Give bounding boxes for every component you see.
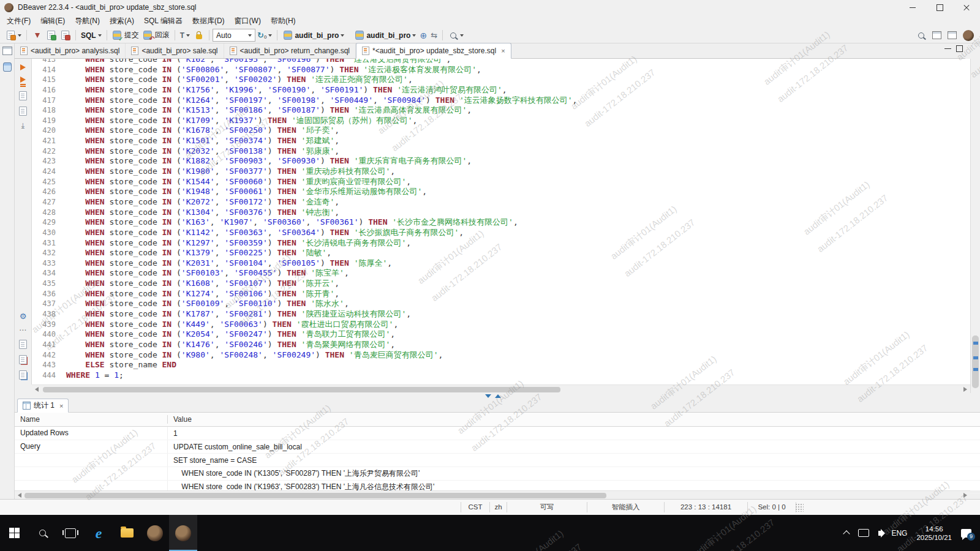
code-line-438[interactable]: WHEN store_code IN ('K1787', 'SF00281') … xyxy=(66,309,970,320)
overview-marker[interactable] xyxy=(973,368,978,371)
execute-script-icon[interactable] xyxy=(20,77,26,83)
code-line-433[interactable]: WHEN store_code IN ('K2031', 'SF00104', … xyxy=(66,258,970,269)
edge-button[interactable]: e xyxy=(85,515,113,551)
code-line-425[interactable]: WHEN store_code IN ('K1544', 'SF00060') … xyxy=(66,177,970,187)
stats-row[interactable]: SET store_name = CASE xyxy=(15,454,980,467)
scrollbar-thumb[interactable] xyxy=(43,387,560,392)
task-view-button[interactable] xyxy=(56,515,85,551)
search-dropdown[interactable] xyxy=(446,29,466,42)
code-line-431[interactable]: WHEN store_code IN ('K1297', 'SF00359') … xyxy=(66,238,970,249)
delete-script-button[interactable] xyxy=(58,29,72,42)
close-button[interactable] xyxy=(953,0,980,15)
scroll-left-icon[interactable] xyxy=(18,493,21,498)
code-line-414[interactable]: WHEN store_code IN ('SF00806', 'SF00807'… xyxy=(66,65,970,75)
tab-close-icon[interactable]: × xyxy=(59,402,63,410)
stats-tab[interactable]: 统计 1 × xyxy=(17,399,69,413)
execute-statement-icon[interactable] xyxy=(20,64,26,70)
dbeaver-logo[interactable] xyxy=(963,30,974,41)
code-line-428[interactable]: WHEN store_code IN ('K1304', 'SF00376') … xyxy=(66,208,970,218)
dbeaver-taskbar-button-2[interactable] xyxy=(169,515,197,551)
menu-database[interactable]: 数据库(D) xyxy=(187,15,230,28)
export-data-icon[interactable]: ⤓ xyxy=(21,122,24,129)
code-line-439[interactable]: WHEN store_code IN ('K449', 'SF00063') T… xyxy=(66,320,970,330)
code-line-432[interactable]: WHEN store_code IN ('K1379', 'SF00225') … xyxy=(66,248,970,258)
code-line-444[interactable]: WHERE 1 = 1; xyxy=(66,370,970,381)
analyze-query-icon[interactable] xyxy=(19,107,27,116)
start-button[interactable] xyxy=(0,515,28,551)
network-settings-button[interactable]: ⊕ xyxy=(418,30,429,41)
code-line-418[interactable]: WHEN store_code IN ('K1513', 'SF00186', … xyxy=(66,105,970,116)
code-line-413[interactable]: WHEN store_code IN ('K162', 'SF00195', '… xyxy=(66,59,970,65)
menu-sql-editor[interactable]: SQL 编辑器 xyxy=(139,15,187,28)
overview-marker[interactable] xyxy=(973,342,978,345)
sash-expand-icon[interactable] xyxy=(495,394,501,398)
scrollbar-thumb[interactable] xyxy=(24,493,606,498)
transform-dropdown[interactable]: T xyxy=(178,31,192,40)
tab-close-icon[interactable]: × xyxy=(501,47,505,54)
code-line-415[interactable]: WHEN store_code IN ('SF00201', 'SF00202'… xyxy=(66,75,970,85)
panel-sash[interactable] xyxy=(15,393,980,399)
compare-button[interactable]: ⇆ xyxy=(429,30,439,40)
code-line-423[interactable]: WHEN store_code IN ('K1882', 'SF00903', … xyxy=(66,156,970,167)
code-line-429[interactable]: WHEN store_code IN ('K163', 'K1907', 'SF… xyxy=(66,217,970,228)
code-line-426[interactable]: WHEN store_code IN ('K1948', 'SF00061') … xyxy=(66,187,970,197)
menu-search[interactable]: 搜索(A) xyxy=(105,15,139,28)
menu-edit[interactable]: 编辑(E) xyxy=(36,15,70,28)
sash-collapse-icon[interactable] xyxy=(485,394,491,398)
editor-tab-4[interactable]: *<audit_bi_pro> update_sbz_store.sql× xyxy=(356,43,511,59)
taskbar-clock[interactable]: 14:56 2025/10/21 xyxy=(916,525,952,542)
input-language[interactable]: ENG xyxy=(891,529,907,538)
menu-navigate[interactable]: 导航(N) xyxy=(70,15,105,28)
overview-marker[interactable] xyxy=(973,356,978,359)
auto-refresh-button[interactable]: ↻ 0 xyxy=(255,29,274,41)
maximize-button[interactable] xyxy=(926,0,953,15)
schema-selector[interactable]: audit_bi_pro xyxy=(352,29,418,42)
code-area[interactable]: WHEN store_code IN ('K162', 'SF00195', '… xyxy=(62,59,970,384)
sql-scripts-icon[interactable] xyxy=(19,370,27,380)
lock-toggle[interactable] xyxy=(192,29,206,42)
stats-row[interactable]: Updated Rows1 xyxy=(15,427,980,440)
code-line-436[interactable]: WHEN store_code IN ('K1274', 'SF00106') … xyxy=(66,289,970,299)
tray-expand-icon[interactable] xyxy=(843,530,850,537)
editor-layout-icon[interactable] xyxy=(932,31,941,39)
speaker-icon[interactable] xyxy=(878,531,882,536)
dbeaver-taskbar-button-1[interactable] xyxy=(141,515,169,551)
maximize-view-icon[interactable] xyxy=(956,45,963,52)
minimize-button[interactable] xyxy=(899,0,926,15)
connection-selector[interactable]: audit_bi_pro xyxy=(281,29,346,42)
code-line-427[interactable]: WHEN store_code IN ('K2072', 'SF00172') … xyxy=(66,197,970,208)
code-line-424[interactable]: WHEN store_code IN ('K1980', 'SF00377') … xyxy=(66,167,970,177)
database-navigator-icon[interactable] xyxy=(3,62,12,72)
column-header-name[interactable]: Name xyxy=(15,415,168,424)
error-log-icon[interactable] xyxy=(19,355,27,364)
column-header-value[interactable]: Value xyxy=(168,415,192,424)
restore-editor-icon[interactable] xyxy=(2,47,12,55)
menu-window[interactable]: 窗口(W) xyxy=(230,15,266,28)
code-line-420[interactable]: WHEN store_code IN ('K1678', 'SF00250') … xyxy=(66,126,970,136)
window-layout-icon[interactable] xyxy=(948,31,957,39)
code-line-441[interactable]: WHEN store_code IN ('K1476', 'SF00246') … xyxy=(66,340,970,350)
scroll-right-icon[interactable] xyxy=(963,387,967,392)
fetch-data-button[interactable] xyxy=(30,29,44,42)
save-script-button[interactable] xyxy=(44,29,58,42)
file-explorer-button[interactable] xyxy=(113,515,141,551)
stats-horizontal-scrollbar[interactable] xyxy=(15,490,970,499)
menu-help[interactable]: 帮助(H) xyxy=(266,15,301,28)
editor-tab-2[interactable]: <audit_bi_pro> sale.sql xyxy=(126,43,224,58)
commit-button[interactable]: ✓ 提交 xyxy=(110,29,141,42)
code-line-435[interactable]: WHEN store_code IN ('K1608', 'SF00107') … xyxy=(66,279,970,289)
transaction-mode-select[interactable]: Auto xyxy=(213,29,255,42)
rollback-button[interactable]: ↶ 回滚 xyxy=(141,29,172,42)
code-line-430[interactable]: WHEN store_code IN ('K1142', 'SF00363', … xyxy=(66,228,970,238)
code-line-417[interactable]: WHEN store_code IN ('K1264', 'SF00197', … xyxy=(66,96,970,106)
code-line-440[interactable]: WHEN store_code IN ('K2054', 'SF00247') … xyxy=(66,329,970,340)
editor-tab-3[interactable]: <audit_bi_pro> return_change.sql xyxy=(224,43,356,58)
new-sql-editor-button[interactable] xyxy=(4,29,23,42)
editor-tab-1[interactable]: <audit_bi_pro> analysis.sql xyxy=(15,43,126,58)
scroll-left-icon[interactable] xyxy=(35,387,39,392)
touch-keyboard-icon[interactable] xyxy=(858,529,869,537)
editor-vertical-scrollbar[interactable] xyxy=(970,59,980,393)
code-line-416[interactable]: WHEN store_code IN ('K1756', 'K1996', 'S… xyxy=(66,85,970,96)
settings-gear-icon[interactable]: ⚙ xyxy=(20,312,27,320)
sql-dialect-dropdown[interactable]: SQL xyxy=(79,30,104,41)
